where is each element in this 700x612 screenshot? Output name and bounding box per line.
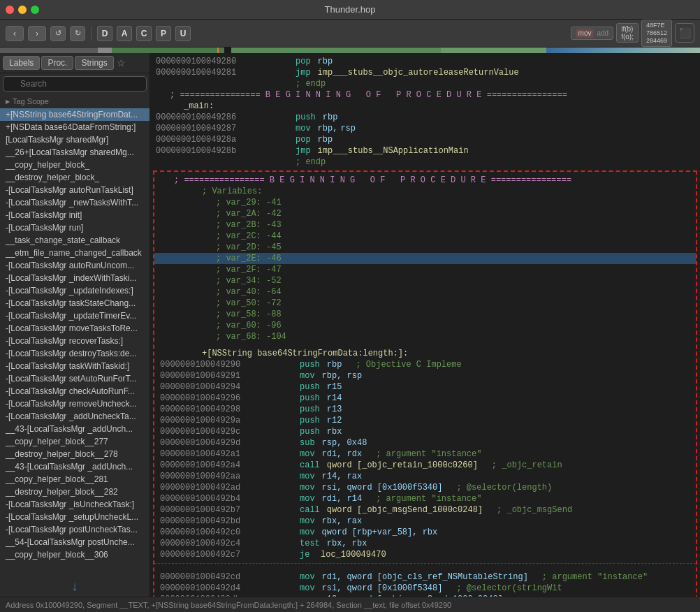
code-scroll[interactable]: 0000000100049280 pop rbp 000000010004928…: [150, 53, 700, 597]
label-item[interactable]: __26+[LocalTasksMgr sharedMg...: [0, 146, 150, 159]
label-item[interactable]: __43-[LocalTasksMgr _addUnch...: [0, 460, 150, 473]
label-item[interactable]: -[LocalTasksMgr setAutoRunForT...: [0, 372, 150, 385]
nav-forward-button[interactable]: ›: [28, 26, 46, 41]
scroll-down-arrow: ↓: [72, 579, 78, 594]
label-item[interactable]: -[LocalTasksMgr init]: [0, 209, 150, 221]
instr-line: 000000010004929d sub rsp, 0x48: [154, 437, 696, 449]
label-item[interactable]: +[NSString base64StringFromDat...: [0, 108, 150, 121]
reload-button[interactable]: ↻: [70, 26, 85, 41]
instr-line: 00000001000492bd mov rbx, rax: [154, 516, 696, 527]
var-line: ; var_50: -72: [154, 298, 696, 309]
window-controls: [6, 6, 39, 14]
label-item[interactable]: __43-[LocalTasksMgr _addUnch...: [0, 423, 150, 435]
tab-labels[interactable]: Labels: [3, 56, 40, 70]
label-item[interactable]: -[LocalTasksMgr moveTasksToRe...: [0, 322, 150, 335]
label-item[interactable]: __copy_helper_block__277: [0, 435, 150, 448]
chip-icon: ⬛: [679, 27, 691, 38]
toolbar: ‹ › ↺ ↻ D A C P U mov add if(b)f(o); 48F…: [0, 20, 700, 48]
code-line: ; endp: [150, 156, 700, 168]
label-item[interactable]: -[LocalTasksMgr removeUncheck...: [0, 398, 150, 410]
var-line: ; var_2D: -45: [154, 242, 696, 253]
label-item[interactable]: -[LocalTasksMgr _setupUncheckL...: [0, 511, 150, 523]
hex-badge[interactable]: 48F7E786512284469: [641, 20, 672, 46]
close-button[interactable]: [6, 6, 14, 14]
label-item[interactable]: -[LocalTasksMgr _isUncheckTask:]: [0, 498, 150, 511]
tag-scope[interactable]: ▶ Tag Scope: [0, 94, 150, 108]
progress-seg-1: [0, 48, 98, 53]
label-item[interactable]: -[LocalTasksMgr _updateTimerEv...: [0, 309, 150, 322]
status-text: Address 0x100049290, Segment __TEXT, +[N…: [6, 601, 451, 609]
var-line: ; var_2A: -42: [154, 208, 696, 219]
label-item[interactable]: -[LocalTasksMgr _indexWithTaski...: [0, 272, 150, 284]
tab-proc[interactable]: Proc.: [41, 56, 73, 70]
refresh-button[interactable]: ↺: [50, 26, 66, 41]
btn-p[interactable]: P: [156, 26, 171, 41]
btn-c[interactable]: C: [136, 26, 152, 41]
btn-a[interactable]: A: [117, 26, 132, 41]
btn-u[interactable]: U: [175, 26, 191, 41]
label-item[interactable]: -[LocalTasksMgr checkAutoRunF...: [0, 385, 150, 398]
label-item[interactable]: +[NSData base64DataFromString:]: [0, 121, 150, 133]
label-item[interactable]: -[LocalTasksMgr recoverTasks:]: [0, 335, 150, 347]
tab-strings[interactable]: Strings: [75, 56, 113, 70]
star-button[interactable]: ☆: [117, 57, 126, 68]
code-line: 000000010004928b jmp imp___stubs__NSAppl…: [150, 145, 700, 156]
instr-line: 00000001000492b4 mov rdi, r14 ; argument…: [154, 493, 696, 504]
instr-line: 00000001000492c7 je loc_100049470: [154, 549, 696, 560]
code-line: 0000000100049280 pop rbp: [150, 56, 700, 67]
label-item[interactable]: __54-[LocalTasksMgr postUnche...: [0, 536, 150, 548]
label-item[interactable]: __destroy_helper_block__278: [0, 448, 150, 460]
main-layout: Labels Proc. Strings ☆ 🔍 ▶ Tag Scope +[N…: [0, 53, 700, 597]
label-item[interactable]: [LocalTasksMgr sharedMgr]: [0, 133, 150, 146]
tag-scope-label: Tag Scope: [13, 97, 49, 105]
chevron-icon: ▶: [6, 99, 10, 105]
instr-line: 0000000100049296 push r14: [154, 393, 696, 404]
label-item[interactable]: -[LocalTasksMgr autoRunUncom...: [0, 259, 150, 272]
label-item[interactable]: __copy_helper_block__281: [0, 473, 150, 486]
label-item[interactable]: -[LocalTasksMgr taskWithTaskid:]: [0, 360, 150, 372]
sidebar-tabs: Labels Proc. Strings ☆: [0, 53, 150, 73]
label-item[interactable]: __etm_file_name_changed_callback: [0, 247, 150, 259]
label-list: +[NSString base64StringFromDat...+[NSDat…: [0, 108, 150, 576]
settings-button[interactable]: ⬛: [675, 23, 694, 43]
instr-line: 00000001000492db mov r12, qword [_objc_m…: [154, 594, 696, 597]
scroll-indicator: ↓: [0, 576, 150, 597]
var-line: ; var_2F: -47: [154, 264, 696, 275]
var-line: ; var_68: -104: [154, 331, 696, 342]
progress-seg-5: [441, 48, 546, 53]
label-item[interactable]: -[LocalTasksMgr autoRunTaskList]: [0, 184, 150, 196]
red-border-section: ; ================ B E G I N N I N G O F…: [153, 170, 697, 597]
nav-back-button[interactable]: ‹: [6, 26, 24, 41]
var-line: ; var_40: -64: [154, 286, 696, 298]
label-item[interactable]: __copy_helper_block_: [0, 159, 150, 171]
mov-add-badge[interactable]: mov add: [571, 27, 614, 40]
func-label-line: +[NSString base64StringFromData:length:]…: [154, 348, 696, 359]
instr-line: 00000001000492ad mov rsi, qword [0x1000f…: [154, 482, 696, 493]
instr-line: 00000001000492d4 mov rsi, qword [0x1000f…: [154, 583, 696, 594]
minimize-button[interactable]: [18, 6, 27, 14]
label-item[interactable]: -[LocalTasksMgr _newTasksWithT...: [0, 196, 150, 209]
label-item[interactable]: -[LocalTasksMgr postUncheckTas...: [0, 523, 150, 536]
label-item[interactable]: __destroy_helper_block_: [0, 171, 150, 184]
maximize-button[interactable]: [31, 6, 39, 14]
label-item[interactable]: -[LocalTasksMgr _addUncheckTa...: [0, 410, 150, 423]
instr-line: 0000000100049298 push r13: [154, 404, 696, 415]
label-item[interactable]: __copy_helper_block__306: [0, 548, 150, 561]
search-box: 🔍: [0, 73, 150, 94]
btn-d[interactable]: D: [97, 26, 112, 41]
label-item[interactable]: __task_change_state_callback: [0, 234, 150, 247]
instr-line: 00000001000492cd mov rdi, qword [objc_cl…: [154, 571, 696, 583]
label-item[interactable]: -[LocalTasksMgr _updateIndexes:]: [0, 284, 150, 297]
code-area: 0000000100049280 pop rbp 000000010004928…: [150, 53, 700, 597]
label-item[interactable]: -[LocalTasksMgr taskStateChang...: [0, 297, 150, 309]
var-line: ; var_58: -88: [154, 309, 696, 320]
label-item[interactable]: -[LocalTasksMgr run]: [0, 221, 150, 234]
label-item[interactable]: __destroy_helper_block__282: [0, 486, 150, 498]
toolbar-right: mov add if(b)f(o); 48F7E786512284469 ⬛: [571, 20, 694, 46]
label-item[interactable]: -[LocalTasksMgr destroyTasks:de...: [0, 347, 150, 360]
instr-line: 000000010004929c push rbx: [154, 426, 696, 437]
progress-seg-3: [112, 48, 224, 53]
progress-seg-2: [98, 48, 112, 53]
search-input[interactable]: [3, 76, 147, 92]
condition-badge[interactable]: if(b)f(o);: [616, 23, 639, 43]
